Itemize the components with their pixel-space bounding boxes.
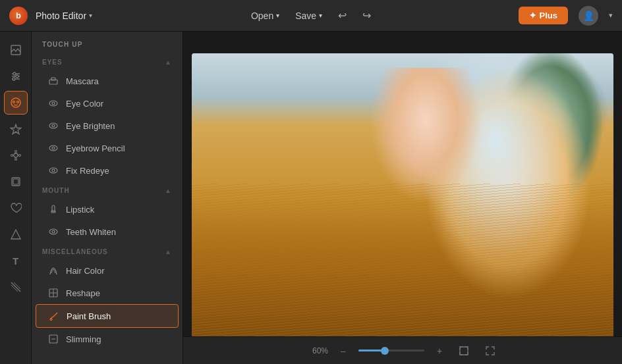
- shape-rail-icon[interactable]: [4, 222, 28, 246]
- mouth-section-toggle: ▲: [165, 187, 172, 194]
- account-chevron[interactable]: ▾: [609, 11, 613, 20]
- svg-line-22: [11, 282, 20, 292]
- svg-point-11: [14, 151, 16, 153]
- slimming-label: Slimming: [66, 334, 101, 344]
- svg-point-10: [14, 153, 18, 157]
- svg-point-38: [52, 230, 55, 233]
- fix-redeye-label: Fix Redeye: [66, 166, 109, 176]
- eye-brighten-label: Eye Brighten: [66, 121, 115, 131]
- svg-point-9: [16, 101, 18, 103]
- touch-up-header: TOUCH UP: [32, 32, 183, 53]
- star-rail-icon[interactable]: [4, 117, 28, 141]
- svg-point-14: [18, 155, 20, 157]
- reshape-icon: [47, 287, 59, 299]
- svg-rect-45: [460, 347, 468, 355]
- redo-button[interactable]: ↪: [362, 9, 371, 22]
- heart-rail-icon[interactable]: [4, 196, 28, 220]
- lipstick-item[interactable]: Lipstick: [36, 198, 179, 221]
- eye-brighten-icon: [47, 120, 59, 132]
- lipstick-icon: [47, 203, 59, 215]
- zoom-out-button[interactable]: –: [336, 344, 351, 358]
- teeth-whiten-item[interactable]: Teeth Whiten: [36, 221, 179, 243]
- hair-color-icon: [47, 265, 59, 276]
- eyes-section-label: EYES: [42, 59, 63, 66]
- mouth-section-label: MOUTH: [42, 187, 70, 194]
- eye-color-label: Eye Color: [66, 99, 103, 109]
- svg-point-32: [52, 147, 55, 149]
- zoom-slider-thumb: [381, 347, 389, 355]
- mascara-item[interactable]: Mascara: [36, 70, 179, 92]
- open-button[interactable]: Open ▾: [251, 11, 279, 21]
- misc-section-header[interactable]: MISCELLANEOUS ▲: [32, 243, 183, 259]
- paint-brush-label: Paint Brush: [67, 311, 111, 321]
- save-button[interactable]: Save ▾: [295, 11, 322, 21]
- teeth-whiten-icon: [47, 226, 59, 238]
- hair-color-item[interactable]: Hair Color: [36, 259, 179, 282]
- svg-point-33: [49, 168, 57, 173]
- plus-label: Plus: [540, 11, 557, 20]
- layers-rail-icon[interactable]: [4, 170, 28, 194]
- adjust-rail-icon[interactable]: [4, 65, 28, 88]
- eyebrow-pencil-item[interactable]: Eyebrow Pencil: [36, 137, 179, 159]
- svg-point-30: [52, 124, 55, 127]
- save-label: Save: [295, 11, 316, 21]
- image-rail-icon[interactable]: [4, 38, 28, 62]
- slimming-item[interactable]: Slimming: [36, 328, 179, 350]
- touchup-rail-icon[interactable]: [4, 91, 28, 115]
- mouth-section-header[interactable]: MOUTH ▲: [32, 182, 183, 198]
- mascara-label: Mascara: [66, 76, 99, 86]
- misc-section-items: Hair Color Reshape: [32, 259, 183, 350]
- svg-point-34: [52, 169, 55, 172]
- hatching-rail-icon[interactable]: [4, 275, 28, 299]
- topbar-right-actions: ✦ Plus 👤 ▾: [519, 6, 613, 26]
- reshape-label: Reshape: [66, 288, 100, 298]
- svg-point-5: [16, 75, 18, 78]
- photo-frame[interactable]: [192, 53, 613, 343]
- svg-point-6: [13, 78, 15, 80]
- svg-rect-26: [51, 78, 55, 80]
- text-rail-icon[interactable]: T: [4, 249, 28, 273]
- eyes-section-toggle: ▲: [165, 59, 172, 66]
- svg-point-12: [14, 159, 16, 161]
- app-title-button[interactable]: Photo Editor ▾: [36, 11, 92, 21]
- photo-grass: [192, 184, 613, 343]
- open-chevron: ▾: [276, 12, 279, 19]
- fix-redeye-icon: [47, 165, 59, 176]
- mascara-icon: [47, 75, 59, 87]
- eye-color-icon: [47, 97, 59, 109]
- avatar-icon: 👤: [583, 11, 594, 21]
- fullscreen-button[interactable]: [481, 342, 499, 360]
- paint-brush-icon: [48, 310, 60, 322]
- zoom-in-button[interactable]: +: [432, 344, 447, 358]
- lipstick-label: Lipstick: [66, 205, 94, 215]
- mouth-section-items: Lipstick Teeth Whiten: [32, 198, 183, 243]
- icon-rail: T: [0, 32, 32, 364]
- svg-point-8: [13, 101, 14, 103]
- save-chevron: ▾: [319, 12, 322, 19]
- topbar: b Photo Editor ▾ Open ▾ Save ▾ ↩ ↪ ✦ Plu…: [0, 0, 622, 32]
- zoom-slider[interactable]: [358, 350, 424, 351]
- svg-point-27: [49, 101, 57, 106]
- app-title-text: Photo Editor: [36, 11, 86, 21]
- eyes-section-header[interactable]: EYES ▲: [32, 53, 183, 70]
- eyebrow-pencil-label: Eyebrow Pencil: [66, 143, 125, 153]
- eyes-section-items: Mascara Eye Color Eye Br: [32, 70, 183, 182]
- fit-screen-button[interactable]: [455, 342, 473, 360]
- svg-point-37: [49, 229, 57, 234]
- avatar-button[interactable]: 👤: [579, 6, 598, 26]
- fix-redeye-item[interactable]: Fix Redeye: [36, 159, 179, 182]
- reshape-item[interactable]: Reshape: [36, 282, 179, 304]
- svg-point-28: [52, 102, 55, 105]
- svg-point-13: [11, 155, 13, 157]
- paint-brush-item[interactable]: Paint Brush: [36, 304, 179, 328]
- hair-color-label: Hair Color: [66, 266, 105, 276]
- plus-icon: ✦: [529, 11, 536, 20]
- undo-button[interactable]: ↩: [338, 9, 347, 22]
- main-area: T TOUCH UP EYES ▲ Mas: [0, 32, 622, 364]
- network-rail-icon[interactable]: [4, 143, 28, 167]
- plus-button[interactable]: ✦ Plus: [519, 7, 568, 24]
- canvas-area: 60% – +: [183, 32, 622, 364]
- eye-brighten-item[interactable]: Eye Brighten: [36, 115, 179, 137]
- eye-color-item[interactable]: Eye Color: [36, 92, 179, 115]
- topbar-center-actions: Open ▾ Save ▾ ↩ ↪: [251, 9, 371, 22]
